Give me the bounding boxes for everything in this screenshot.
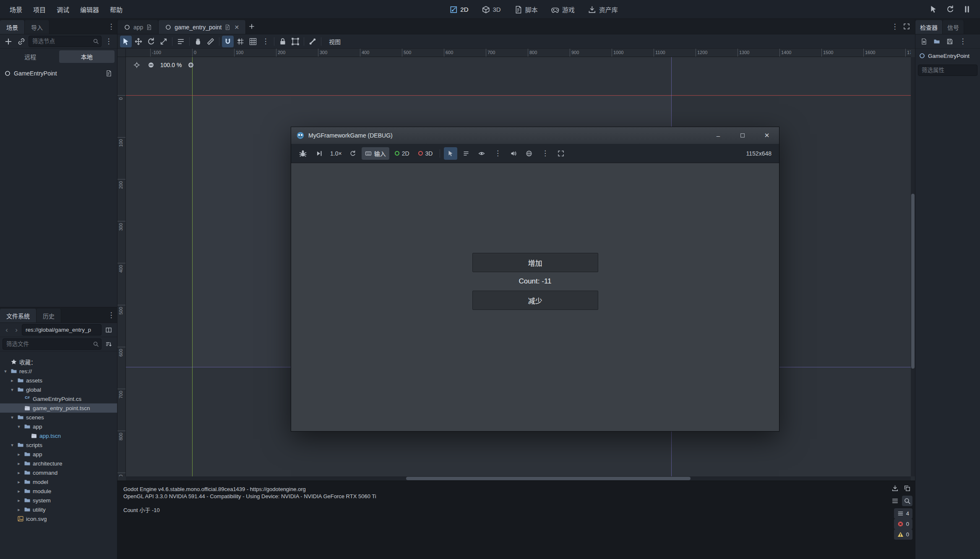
file-tree-item[interactable]: ▸module xyxy=(0,486,117,496)
tree-arrow-icon[interactable]: ▸ xyxy=(16,461,22,466)
local-tab[interactable]: 本地 xyxy=(59,50,115,63)
workspace-button[interactable]: 游戏 xyxy=(546,3,580,16)
close-scene-tab-icon[interactable]: ✕ xyxy=(234,24,239,31)
scene-dock-tab[interactable]: 场景 xyxy=(0,20,25,34)
scene-dock-menu-button[interactable]: ⋮ xyxy=(105,21,117,32)
tree-arrow-icon[interactable]: ▸ xyxy=(16,479,22,485)
load-resource-button[interactable] xyxy=(931,36,943,47)
dots-tool-button[interactable]: ⋮ xyxy=(260,36,271,47)
menu-item[interactable]: 项目 xyxy=(28,0,51,19)
save-resource-button[interactable] xyxy=(944,36,956,47)
workspace-button[interactable]: 2D xyxy=(444,3,474,16)
center-view-button[interactable] xyxy=(131,59,143,71)
menu-item[interactable]: 帮助 xyxy=(104,0,128,19)
pick-button[interactable] xyxy=(927,3,940,16)
file-tree-item[interactable]: ▸model xyxy=(0,477,117,486)
lock-tool-button[interactable] xyxy=(277,36,289,47)
new-resource-button[interactable] xyxy=(918,36,930,47)
hand-tool-button[interactable] xyxy=(192,36,204,47)
edited-object-row[interactable]: GameEntryPoint xyxy=(915,49,980,63)
mute-audio-button[interactable] xyxy=(507,147,520,160)
horizontal-scrollbar[interactable] xyxy=(126,476,911,481)
inspector-tab[interactable]: 检查器 xyxy=(915,20,943,34)
filesystem-menu-button[interactable]: ⋮ xyxy=(105,309,117,321)
move-tool-button[interactable] xyxy=(133,36,144,47)
inspector-tab[interactable]: 信号 xyxy=(943,20,964,34)
input-mode-button[interactable]: 输入 xyxy=(362,147,389,160)
filter-files-input[interactable] xyxy=(3,338,102,350)
file-tree-item[interactable]: ▾scripts xyxy=(0,440,117,450)
maximize-button[interactable] xyxy=(730,127,755,144)
list-tool-button[interactable] xyxy=(175,36,187,47)
select-mode-button[interactable] xyxy=(444,147,457,160)
open-script-button[interactable] xyxy=(103,68,115,79)
instance-scene-button[interactable] xyxy=(16,36,27,47)
file-tree-item[interactable]: ▾global xyxy=(0,385,117,394)
file-tree-item[interactable]: ▸architecture xyxy=(0,459,117,468)
warning-count-badge[interactable]: 0 xyxy=(894,529,912,540)
reset-speed-button[interactable] xyxy=(346,147,360,160)
file-tree-item[interactable]: ▸app xyxy=(0,450,117,459)
file-tree-item[interactable]: ▾app xyxy=(0,422,117,431)
tree-arrow-icon[interactable]: ▸ xyxy=(16,470,22,476)
visibility-button[interactable] xyxy=(475,147,488,160)
debug-draw-button[interactable] xyxy=(522,147,536,160)
inspector-options-button[interactable]: ⋮ xyxy=(957,36,969,47)
remote-tab[interactable]: 远程 xyxy=(3,50,58,63)
filter-messages-button[interactable] xyxy=(890,496,900,506)
file-tree-item[interactable]: game_entry_point.tscn xyxy=(0,403,117,413)
file-tree-item[interactable]: C#GameEntryPoint.cs xyxy=(0,394,117,403)
scrollbar-thumb[interactable] xyxy=(406,477,691,480)
tree-arrow-icon[interactable]: ▾ xyxy=(9,415,15,420)
gridsnap-tool-button[interactable] xyxy=(235,36,246,47)
embed-fullscreen-button[interactable] xyxy=(554,147,568,160)
scene-tab[interactable]: app xyxy=(117,20,159,34)
scene-dock-tab[interactable]: 导入 xyxy=(25,20,50,34)
scale-tool-button[interactable] xyxy=(158,36,169,47)
tree-arrow-icon[interactable]: ▾ xyxy=(9,387,15,393)
copy-log-button[interactable] xyxy=(902,483,912,494)
file-tree-item[interactable]: ▸command xyxy=(0,468,117,477)
menu-item[interactable]: 调试 xyxy=(51,0,75,19)
file-tree-item[interactable]: ▸assets xyxy=(0,376,117,385)
zoom-out-button[interactable] xyxy=(145,59,157,71)
menu-item[interactable]: 场景 xyxy=(4,0,28,19)
file-tree-item[interactable]: app.tscn xyxy=(0,431,117,440)
file-tree-item[interactable]: ▾res:// xyxy=(0,367,117,376)
filesystem-tab[interactable]: 历史 xyxy=(36,309,61,322)
workspace-button[interactable]: 3D xyxy=(476,3,506,16)
distraction-free-button[interactable] xyxy=(901,21,912,32)
file-tree-item[interactable]: ▸utility xyxy=(0,505,117,514)
selection-list-button[interactable] xyxy=(459,147,473,160)
current-path-input[interactable] xyxy=(22,324,102,335)
selection-options-button[interactable]: ⋮ xyxy=(490,147,505,160)
canvas[interactable]: 100.0 % MyGFrameworkGame (DEBUG) – ✕ xyxy=(126,57,911,476)
zoom-in-button[interactable] xyxy=(185,59,197,71)
scrollbar-thumb[interactable] xyxy=(911,194,915,369)
split-view-button[interactable] xyxy=(103,324,115,336)
minimize-button[interactable]: – xyxy=(706,127,730,144)
file-tree-item[interactable]: icon.svg xyxy=(0,514,117,523)
decrease-button[interactable]: 减少 xyxy=(472,291,598,310)
vertical-scrollbar[interactable] xyxy=(911,57,915,476)
group-tool-button[interactable] xyxy=(289,36,301,47)
error-count-badge[interactable]: 0 xyxy=(894,519,912,529)
filter-nodes-input[interactable] xyxy=(29,36,102,47)
filesystem-tab[interactable]: 文件系统 xyxy=(0,309,36,322)
tree-arrow-icon[interactable]: ▸ xyxy=(9,378,15,383)
file-tree-item[interactable]: 收藏： xyxy=(0,357,117,367)
tree-arrow-icon[interactable]: ▸ xyxy=(16,507,22,512)
camera-override-2d-button[interactable]: 2D xyxy=(391,147,413,160)
tree-arrow-icon[interactable]: ▸ xyxy=(16,498,22,503)
ruler-tool-button[interactable] xyxy=(205,36,216,47)
bone-tool-button[interactable] xyxy=(307,36,318,47)
zoom-reset-button[interactable]: 100.0 % xyxy=(159,62,182,68)
pause-button[interactable] xyxy=(961,3,973,16)
scene-tree-options-button[interactable]: ⋮ xyxy=(103,36,115,47)
sort-files-button[interactable] xyxy=(103,338,115,350)
view-menu-button[interactable]: 视图 xyxy=(324,36,346,47)
history-forward-button[interactable]: › xyxy=(12,324,21,336)
file-tree-item[interactable]: ▸system xyxy=(0,496,117,505)
neutral-count-badge[interactable]: 4 xyxy=(894,508,912,519)
rotate-tool-button[interactable] xyxy=(145,36,157,47)
